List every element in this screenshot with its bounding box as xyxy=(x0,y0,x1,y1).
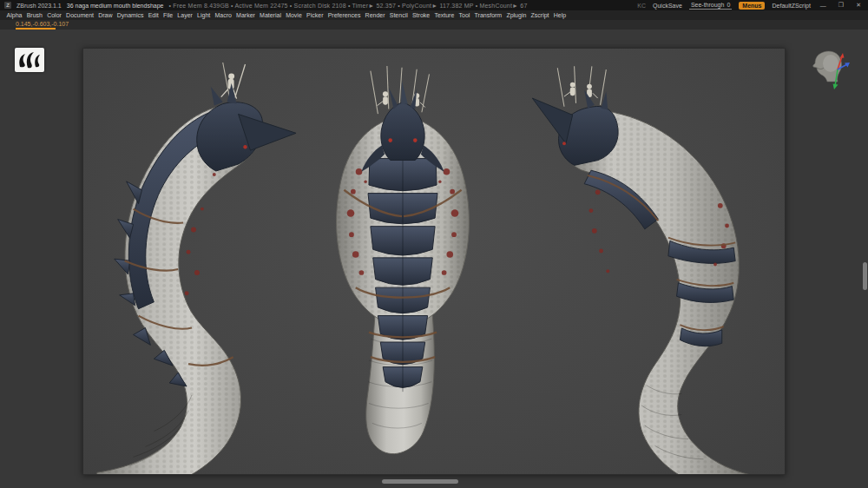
menu-item-stroke[interactable]: Stroke xyxy=(410,12,431,18)
titlebar: Z ZBrush 2023.1.1 36 naga medium mouth b… xyxy=(0,0,868,10)
cursor-coordinates: 0.145,-0.603,-0.107 xyxy=(16,21,69,27)
menus-toggle[interactable]: Menus xyxy=(739,2,765,10)
menu-item-light[interactable]: Light xyxy=(194,12,212,18)
naga-head xyxy=(532,89,618,165)
close-button[interactable]: ✕ xyxy=(853,2,864,9)
naga-head xyxy=(197,83,296,171)
menu-item-dynamics[interactable]: Dynamics xyxy=(115,12,146,18)
sculpt-canvas[interactable] xyxy=(82,48,786,475)
restore-button[interactable]: ❒ xyxy=(836,2,846,9)
see-through-value: 0 xyxy=(727,2,730,8)
tool-silhouette-thumbnail[interactable] xyxy=(15,48,44,72)
menu-item-stencil[interactable]: Stencil xyxy=(387,12,410,18)
menu-item-macro[interactable]: Macro xyxy=(213,12,234,18)
naga-render-three-quarter-view xyxy=(514,59,766,475)
app-title: ZBrush 2023.1.1 xyxy=(16,3,62,9)
axis-gizmo[interactable] xyxy=(826,52,852,90)
menubar: AlphaBrushColorDocumentDrawDynamicsEditF… xyxy=(0,10,868,20)
naga-render-front-view xyxy=(316,56,490,475)
menu-item-color[interactable]: Color xyxy=(45,12,64,18)
menu-item-zscript[interactable]: Zscript xyxy=(529,12,551,18)
menu-item-texture[interactable]: Texture xyxy=(432,12,457,18)
coordinate-row: 0.145,-0.603,-0.107 xyxy=(0,20,868,30)
see-through-label: See-through xyxy=(691,2,725,8)
menu-item-edit[interactable]: Edit xyxy=(146,12,161,18)
menu-item-material[interactable]: Material xyxy=(257,12,283,18)
menu-item-brush[interactable]: Brush xyxy=(24,12,44,18)
menu-item-zplugin[interactable]: Zplugin xyxy=(504,12,529,18)
document-name: 36 naga medium mouth blendshape xyxy=(67,3,164,9)
quicksave-button[interactable]: QuickSave xyxy=(653,3,682,9)
menu-item-file[interactable]: File xyxy=(161,12,174,18)
menu-item-marker[interactable]: Marker xyxy=(233,12,257,18)
menu-item-alpha[interactable]: Alpha xyxy=(4,12,24,18)
see-through-slider[interactable]: See-through 0 xyxy=(689,2,732,10)
default-zscript-button[interactable]: DefaultZScript xyxy=(772,3,810,9)
menu-item-tool[interactable]: Tool xyxy=(457,12,472,18)
skeleton-riders xyxy=(557,66,606,106)
zbrush-window: Z ZBrush 2023.1.1 36 naga medium mouth b… xyxy=(0,0,868,488)
minimize-button[interactable]: — xyxy=(818,3,829,9)
menu-item-layer[interactable]: Layer xyxy=(175,12,195,18)
document-area xyxy=(0,30,868,488)
menu-item-document[interactable]: Document xyxy=(64,12,96,18)
kc-indicator: KC xyxy=(637,3,646,9)
menu-item-render[interactable]: Render xyxy=(363,12,387,18)
session-stats: • Free Mem 8.439GB • Active Mem 22475 • … xyxy=(168,3,527,9)
menu-item-transform[interactable]: Transform xyxy=(472,12,504,18)
zbrush-logo-icon: Z xyxy=(4,2,11,9)
titlebar-controls: KC QuickSave See-through 0 Menus Default… xyxy=(637,2,864,10)
menu-item-picker[interactable]: Picker xyxy=(304,12,326,18)
naga-head xyxy=(361,81,444,172)
menu-item-preferences[interactable]: Preferences xyxy=(326,12,363,18)
menu-item-movie[interactable]: Movie xyxy=(284,12,305,18)
menu-item-draw[interactable]: Draw xyxy=(96,12,115,18)
horizontal-scrollbar[interactable] xyxy=(382,479,458,484)
naga-render-side-view xyxy=(85,59,300,475)
vertical-scrollbar[interactable] xyxy=(863,262,867,290)
menu-item-help[interactable]: Help xyxy=(551,12,569,18)
